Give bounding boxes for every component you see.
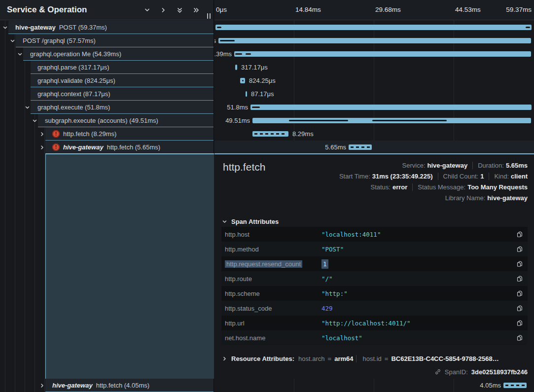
span-bar[interactable] (234, 51, 531, 57)
chevron-down-icon[interactable] (32, 118, 37, 123)
attribute-row[interactable]: http.request.resend_count1 (221, 256, 528, 271)
duration-label: 51.8ms (227, 101, 248, 114)
expand-one-icon[interactable] (160, 7, 167, 13)
copy-icon[interactable] (516, 231, 524, 238)
equals-sign: = (328, 355, 332, 362)
chevron-down-icon[interactable] (25, 105, 30, 110)
tree-row[interactable]: graphql.validate (824.25μs) (0, 74, 214, 87)
attribute-key: http.request.resend_count (221, 260, 321, 268)
timeline-row[interactable]: 824.25μs (214, 74, 534, 87)
span-bar[interactable] (240, 78, 245, 83)
copy-icon[interactable] (516, 320, 524, 327)
timeline-row[interactable]: 8.29ms (214, 127, 534, 141)
span-id-row: SpanID: 3de02518937fb246 (434, 366, 528, 377)
tree-row[interactable]: POST /graphql (57.57ms) (0, 34, 214, 47)
link-icon[interactable] (434, 368, 441, 375)
meta-line: Library Name:hive-gateway (339, 193, 528, 204)
duration-label: 8.29ms (292, 127, 314, 141)
span-title: http.fetch (223, 161, 265, 173)
timeline-row[interactable]: 57.57ms (214, 34, 534, 47)
tree-row[interactable]: graphql.context (87.17μs) (0, 87, 214, 101)
chevron-right-icon[interactable] (39, 131, 45, 137)
resource-pair: host.id=BC62E13B-C4CC-5854-9788-2568… (356, 355, 499, 362)
timeline-row[interactable]: 5.65ms (214, 141, 534, 154)
span-bar[interactable] (218, 38, 531, 43)
attribute-row[interactable]: http.scheme"http:" (221, 286, 528, 301)
span-id-label: SpanID: (445, 368, 468, 376)
timeline-row[interactable]: 4.05ms (214, 379, 534, 392)
tree-row[interactable]: graphql.operation Me (54.39ms) (0, 47, 214, 61)
span-attributes-header[interactable]: Span Attributes (222, 218, 279, 225)
chevron-down-icon[interactable] (17, 51, 23, 57)
duration-label: 5.65ms (325, 141, 346, 154)
copy-icon[interactable] (516, 260, 524, 268)
tree-row[interactable]: hive-gatewayPOST (59.37ms) (0, 21, 214, 34)
tree-row-label: http.fetch (5.65ms) (107, 143, 160, 151)
expand-all-icon[interactable] (193, 7, 200, 13)
span-bar[interactable] (215, 25, 532, 30)
collapse-one-icon[interactable] (144, 7, 150, 13)
span-bar[interactable] (235, 65, 237, 70)
attribute-value: 1 (321, 260, 328, 268)
tree-row[interactable]: !hive-gatewayhttp.fetch (5.65ms) (0, 141, 214, 154)
timeline-row[interactable]: 49.51ms (214, 114, 534, 127)
chevron-right-icon[interactable] (39, 144, 45, 150)
copy-icon[interactable] (516, 275, 524, 283)
attribute-row[interactable]: http.url"http://localhost:4011/" (221, 316, 528, 330)
tree-row-label: POST (59.37ms) (59, 24, 107, 31)
panel-resize-handle[interactable] (207, 13, 211, 19)
attribute-row[interactable]: http.route"/" (221, 271, 528, 286)
timeline-row[interactable] (214, 21, 534, 34)
tree-row[interactable]: subgraph.execute (accounts) (49.51ms) (0, 114, 214, 127)
attribute-value: "localhost" (321, 334, 362, 342)
attribute-row[interactable]: http.status_code429 (221, 301, 528, 316)
attribute-value: "http:" (321, 290, 348, 297)
selected-span-block[interactable] (45, 153, 214, 379)
tree-row[interactable]: graphql.parse (317.17μs) (0, 61, 214, 74)
span-attributes-table: http.host"localhost:4011"http.method"POS… (221, 227, 528, 345)
duration-label: 317.17μs (241, 61, 268, 74)
tree-row[interactable]: graphql.execute (51.8ms) (0, 101, 214, 114)
attribute-row[interactable]: net.host.name"localhost" (221, 330, 528, 345)
attribute-key: http.status_code (221, 305, 321, 312)
copy-icon[interactable] (516, 246, 524, 253)
meta-label: Duration: (478, 162, 504, 169)
self-time-mark (220, 40, 235, 41)
timeline-row[interactable]: 87.17μs (214, 87, 534, 101)
meta-label: Start Time: (339, 173, 370, 180)
tree-row-box: graphql.operation Me (54.39ms) (23, 47, 214, 61)
timeline-row[interactable]: 317.17μs (214, 61, 534, 74)
tree-row-label: graphql.operation Me (54.39ms) (30, 50, 121, 58)
span-bar[interactable] (250, 105, 532, 110)
timeline-row[interactable]: 54.39ms (214, 47, 534, 61)
resource-attributes-row[interactable]: Resource Attributes: host.arch=arm64host… (222, 352, 499, 365)
tree-row[interactable]: hive-gatewayhttp.fetch (4.05ms) (0, 379, 214, 392)
attribute-row[interactable]: http.host"localhost:4011" (221, 227, 528, 242)
chevron-down-icon[interactable] (10, 38, 15, 43)
tree-row-label: subgraph.execute (accounts) (49.51ms) (45, 117, 158, 124)
equals-sign: = (385, 355, 389, 362)
timeline-bottom-row-slot: 4.05ms (214, 379, 534, 392)
collapse-all-icon[interactable] (177, 7, 183, 14)
tree-row-box: graphql.context (87.17μs) (31, 87, 214, 101)
span-bar[interactable] (252, 131, 288, 137)
meta-value: hive-gateway (427, 162, 468, 169)
copy-icon[interactable] (516, 290, 524, 297)
duration-label: 824.25μs (249, 74, 276, 87)
copy-icon[interactable] (516, 305, 524, 312)
tree-row[interactable]: !http.fetch (8.29ms) (0, 127, 214, 141)
copy-icon[interactable] (516, 334, 524, 342)
tree-header-toolbar (144, 0, 200, 20)
span-bar[interactable] (349, 144, 372, 150)
meta-line: Service:hive-gatewayDuration:5.65ms (339, 160, 528, 171)
timeline-rows: 57.57ms54.39ms317.17μs824.25μs87.17μs51.… (214, 21, 534, 154)
chevron-down-icon[interactable] (2, 25, 8, 30)
attribute-value: "POST" (321, 246, 344, 253)
attribute-row[interactable]: http.method"POST" (221, 242, 528, 256)
span-bar[interactable] (503, 383, 527, 388)
span-bar[interactable] (252, 118, 531, 123)
span-bar[interactable] (246, 91, 247, 97)
timeline-row[interactable]: 51.8ms (214, 101, 534, 114)
chevron-right-icon[interactable] (39, 383, 45, 388)
attribute-key: http.route (221, 275, 321, 283)
